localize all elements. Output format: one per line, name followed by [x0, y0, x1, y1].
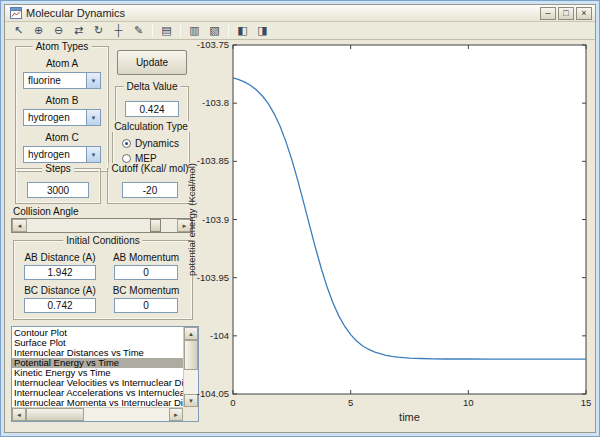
maximize-button[interactable]: □ — [558, 7, 574, 20]
svg-text:-103.75: -103.75 — [197, 40, 229, 50]
svg-text:15: 15 — [581, 397, 592, 408]
scroll-left-icon[interactable]: ◄ — [12, 408, 26, 421]
svg-text:-103.9: -103.9 — [202, 214, 229, 225]
horizontal-scrollbar[interactable]: ◄ ► — [12, 407, 183, 421]
list-item[interactable]: Internuclear Momenta vs Internuclear Dis… — [12, 398, 183, 407]
svg-text:-103.8: -103.8 — [202, 97, 229, 108]
atom-c-value: hydrogen — [23, 146, 86, 163]
insert-legend-icon[interactable]: ▧ — [205, 23, 224, 39]
listbox-items: Contour PlotSurface PlotInternuclear Dis… — [12, 327, 183, 407]
slider-thumb[interactable] — [150, 219, 161, 232]
atom-a-label: Atom A — [46, 58, 78, 69]
data-cursor-icon[interactable]: ┼ — [109, 23, 128, 39]
bc-momentum-label: BC Momentum — [113, 285, 180, 296]
bc-momentum-field: BC Momentum — [106, 285, 186, 313]
close-button[interactable]: × — [576, 7, 592, 20]
svg-text:10: 10 — [463, 397, 474, 408]
window-icon — [10, 7, 22, 19]
hide-plot-tools-icon[interactable]: ◧ — [233, 23, 252, 39]
radio-button-icon[interactable] — [122, 139, 131, 148]
atom-a-row: Atom A fluorine ▼ — [23, 58, 101, 89]
delta-value-panel: Delta Value — [115, 86, 189, 124]
cutoff-panel: Cutoff (Kcal/ mol) — [107, 168, 193, 204]
window-controls: – □ × — [540, 7, 592, 20]
plot-type-listbox[interactable]: Contour PlotSurface PlotInternuclear Dis… — [11, 326, 199, 422]
app-window: Molecular Dynamics – □ × ↖⊕⊖⇄↻┼✎▤▥▧◧◨ At… — [0, 0, 600, 437]
brush-icon[interactable]: ✎ — [129, 23, 148, 39]
atom-c-label: Atom C — [45, 132, 78, 143]
svg-text:potential energy (Kcal/mol): potential energy (Kcal/mol) — [188, 163, 197, 276]
window-title: Molecular Dynamics — [26, 7, 125, 19]
bc-momentum-input[interactable] — [114, 298, 178, 313]
atom-b-dropdown[interactable]: hydrogen ▼ — [23, 109, 101, 126]
steps-input[interactable] — [27, 182, 89, 198]
update-button[interactable]: Update — [117, 50, 187, 75]
rotate-3d-icon[interactable]: ↻ — [89, 23, 108, 39]
initial-conditions-title: Initial Conditions — [63, 235, 142, 246]
zoom-in-icon[interactable]: ⊕ — [29, 23, 48, 39]
plot-axes[interactable]: 051015-103.75-103.8-103.85-103.9-103.95-… — [188, 40, 595, 432]
print-icon[interactable]: ▤ — [157, 23, 176, 39]
delta-value-title: Delta Value — [124, 81, 181, 92]
horizontal-scroll-thumb[interactable] — [26, 408, 84, 421]
ab-distance-label: AB Distance (A) — [24, 252, 95, 263]
scroll-right-icon[interactable]: ► — [169, 408, 183, 421]
atom-b-label: Atom B — [46, 95, 79, 106]
atom-c-dropdown[interactable]: hydrogen ▼ — [23, 146, 101, 163]
show-plot-tools-icon[interactable]: ◨ — [253, 23, 272, 39]
bc-distance-input[interactable] — [24, 298, 96, 313]
atom-b-row: Atom B hydrogen ▼ — [23, 95, 101, 126]
delta-value-input[interactable] — [125, 101, 179, 117]
window-inner: Molecular Dynamics – □ × ↖⊕⊖⇄↻┼✎▤▥▧◧◨ At… — [4, 4, 596, 433]
atom-types-panel: Atom Types Atom A fluorine ▼ Atom B hydr… — [15, 46, 109, 172]
figure-toolbar: ↖⊕⊖⇄↻┼✎▤▥▧◧◨ — [5, 22, 595, 40]
svg-text:-104: -104 — [210, 330, 229, 341]
svg-text:-103.85: -103.85 — [197, 155, 229, 166]
ab-momentum-input[interactable] — [114, 265, 178, 280]
steps-panel: Steps — [15, 168, 101, 204]
atom-c-row: Atom C hydrogen ▼ — [23, 132, 101, 163]
svg-text:0: 0 — [230, 397, 235, 408]
pan-icon[interactable]: ⇄ — [69, 23, 88, 39]
atom-b-value: hydrogen — [23, 109, 86, 126]
svg-text:time: time — [399, 411, 420, 423]
dynamics-radio-label: Dynamics — [135, 138, 179, 149]
insert-colorbar-icon[interactable]: ▥ — [185, 23, 204, 39]
zoom-out-icon[interactable]: ⊖ — [49, 23, 68, 39]
titlebar[interactable]: Molecular Dynamics – □ × — [5, 5, 595, 22]
dynamics-radio[interactable]: Dynamics — [122, 138, 189, 149]
ab-distance-input[interactable] — [24, 265, 96, 280]
client-area: Atom Types Atom A fluorine ▼ Atom B hydr… — [5, 40, 595, 432]
collision-angle-label: Collision Angle — [13, 206, 79, 217]
toolbar-separator — [152, 24, 153, 37]
initial-conditions-grid: AB Distance (A) AB Momentum BC Distance … — [14, 241, 192, 313]
slider-left-arrow-icon[interactable]: ◄ — [12, 219, 27, 232]
svg-text:-103.95: -103.95 — [197, 272, 229, 283]
atom-a-value: fluorine — [23, 72, 86, 89]
ab-distance-field: AB Distance (A) — [20, 252, 100, 280]
collision-angle-slider[interactable]: ◄ ► — [11, 218, 193, 233]
steps-title: Steps — [42, 163, 74, 174]
bc-distance-field: BC Distance (A) — [20, 285, 100, 313]
cutoff-title: Cutoff (Kcal/ mol) — [108, 163, 191, 174]
ab-momentum-label: AB Momentum — [113, 252, 179, 263]
horizontal-scroll-track[interactable] — [26, 408, 169, 421]
dropdown-arrow-icon[interactable]: ▼ — [86, 146, 101, 163]
minimize-button[interactable]: – — [540, 7, 556, 20]
calculation-type-title: Calculation Type — [111, 121, 191, 132]
toolbar-separator — [180, 24, 181, 37]
initial-conditions-panel: Initial Conditions AB Distance (A) AB Mo… — [13, 240, 193, 320]
bc-distance-label: BC Distance (A) — [24, 285, 96, 296]
svg-text:5: 5 — [348, 397, 353, 408]
toolbar-separator — [228, 24, 229, 37]
edit-plot-icon[interactable]: ↖ — [9, 23, 28, 39]
dropdown-arrow-icon[interactable]: ▼ — [86, 72, 101, 89]
cutoff-input[interactable] — [122, 182, 178, 198]
ab-momentum-field: AB Momentum — [106, 252, 186, 280]
slider-track[interactable] — [27, 219, 177, 232]
atom-types-title: Atom Types — [33, 41, 92, 52]
svg-text:-104.05: -104.05 — [197, 388, 229, 399]
radio-button-icon[interactable] — [122, 154, 131, 163]
atom-a-dropdown[interactable]: fluorine ▼ — [23, 72, 101, 89]
dropdown-arrow-icon[interactable]: ▼ — [86, 109, 101, 126]
